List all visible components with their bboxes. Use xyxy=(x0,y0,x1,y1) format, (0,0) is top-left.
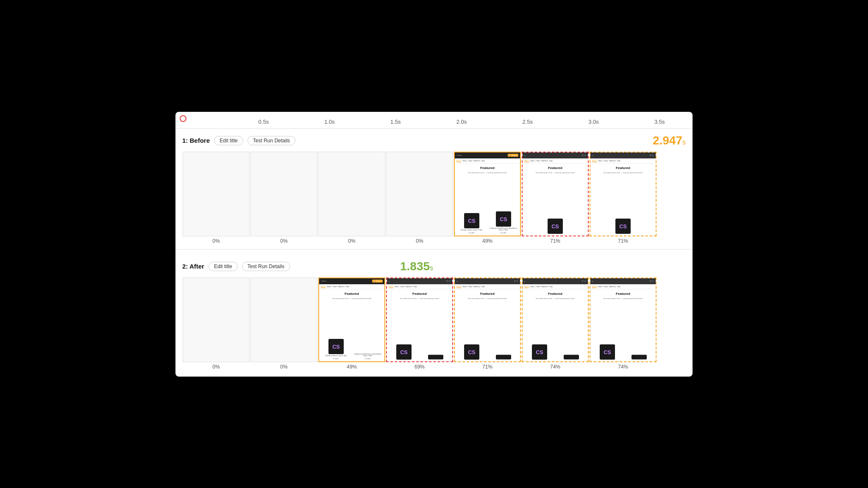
before-pct-2: 0% xyxy=(318,238,385,244)
before-frame-6-img: ≡ S 🛒 Home Shirts Fitted WebPerf Hats xyxy=(590,152,657,236)
before-filmstrip: 0% 0% 0% 0% xyxy=(182,152,686,244)
after-metric-value: 1.835 xyxy=(400,260,430,273)
before-pct-5: 71% xyxy=(522,238,589,244)
before-header: 1: Before Edit title Test Run Details 2.… xyxy=(182,134,686,147)
after-pct-0: 0% xyxy=(183,364,250,370)
before-frame-5: ≡ S 🛒 Home Shirts Fitted WebPerf Hats xyxy=(521,152,589,244)
before-metric-value: 2.947 xyxy=(653,134,682,147)
svg-text:CS: CS xyxy=(604,349,611,355)
after-label: 2: After xyxy=(182,263,204,270)
before-frame-4: ≡ Menu 🔍 Search Home Shirts Fitted WebPe… xyxy=(453,152,521,244)
before-section: 1: Before Edit title Test Run Details 2.… xyxy=(175,129,693,244)
after-section: 2: After Edit title Test Run Details 1.8… xyxy=(175,255,693,370)
main-wrapper: 0.5s 1.0s 1.5s 2.0s 2.5s 3.0s 3.5s 1: Be… xyxy=(175,119,693,370)
tick-6: 3.5s xyxy=(626,119,693,125)
svg-text:CS: CS xyxy=(500,217,507,223)
after-pct-1: 0% xyxy=(250,364,317,370)
before-frame-3-img xyxy=(386,152,453,236)
main-container: 0.5s 1.0s 1.5s 2.0s 2.5s 3.0s 3.5s 1: Be… xyxy=(175,112,693,377)
before-frame-5-img: ≡ S 🛒 Home Shirts Fitted WebPerf Hats xyxy=(522,152,589,236)
after-frame-5-img: ≡ S 🛒 Home Shirts Fitted WebPerf Hats xyxy=(522,277,589,362)
before-frame-2-img xyxy=(318,152,385,236)
after-metric-unit: s xyxy=(430,264,433,272)
after-frame-2-img: ≡ Menu 🔍 Search Home Shirts Fitted WebPe… xyxy=(318,277,385,362)
tick-2: 1.5s xyxy=(362,119,428,125)
svg-text:CS: CS xyxy=(332,344,340,350)
after-frame-6-img: ≡ S 🛒 Home Shirts Fitted WebPerf Hats xyxy=(590,277,657,362)
before-test-run-button[interactable]: Test Run Details xyxy=(248,136,295,145)
before-label: 1: Before xyxy=(182,137,210,144)
svg-rect-12 xyxy=(428,355,443,359)
after-pct-3: 69% xyxy=(386,364,453,370)
tick-4: 2.5s xyxy=(495,119,561,125)
svg-rect-15 xyxy=(496,355,511,359)
before-pct-0: 0% xyxy=(183,238,250,244)
svg-rect-18 xyxy=(564,355,579,359)
before-frame-2: 0% xyxy=(318,152,386,244)
after-frame-4-img: ≡ S 🛒 Home Shirts Fitted WebPerf Hats xyxy=(454,277,521,362)
after-pct-4: 71% xyxy=(454,364,521,370)
after-frame-2: ≡ Menu 🔍 Search Home Shirts Fitted WebPe… xyxy=(318,277,386,370)
after-frame-3: ≡ S 🛒 Home Shirts Fitted WebPerf Hats xyxy=(386,277,453,370)
svg-text:CS: CS xyxy=(400,349,408,355)
before-pct-1: 0% xyxy=(250,238,317,244)
svg-text:CS: CS xyxy=(468,349,476,355)
before-pct-4: 49% xyxy=(454,238,521,244)
after-metric: 1.835s xyxy=(400,260,433,273)
before-metric: 2.947s xyxy=(653,134,686,147)
timeline-header: 0.5s 1.0s 1.5s 2.0s 2.5s 3.0s 3.5s xyxy=(175,119,693,129)
before-metric-unit: s xyxy=(682,139,686,146)
after-frame-1: 0% xyxy=(250,277,318,370)
before-frame-3: 0% xyxy=(386,152,453,244)
timeline-indicator xyxy=(180,115,186,122)
after-frame-6: ≡ S 🛒 Home Shirts Fitted WebPerf Hats xyxy=(589,277,657,370)
after-frame-0: 0% xyxy=(182,277,250,370)
before-frame-1: 0% xyxy=(250,152,318,244)
tick-5: 3.0s xyxy=(561,119,627,125)
after-frame-1-img xyxy=(250,277,317,362)
before-edit-title-button[interactable]: Edit title xyxy=(214,136,243,145)
after-edit-title-button[interactable]: Edit title xyxy=(209,262,238,271)
after-pct-2: 49% xyxy=(318,364,385,370)
after-frame-3-img: ≡ S 🛒 Home Shirts Fitted WebPerf Hats xyxy=(386,277,453,362)
before-pct-6: 71% xyxy=(590,238,657,244)
after-header: 2: After Edit title Test Run Details 1.8… xyxy=(182,260,686,273)
svg-text:CS: CS xyxy=(551,224,559,230)
after-frame-5: ≡ S 🛒 Home Shirts Fitted WebPerf Hats xyxy=(521,277,589,370)
after-frame-4: ≡ S 🛒 Home Shirts Fitted WebPerf Hats xyxy=(453,277,521,370)
svg-text:CS: CS xyxy=(536,349,543,355)
before-pct-3: 0% xyxy=(386,238,453,244)
before-frame-0-img xyxy=(183,152,250,236)
before-frame-0: 0% xyxy=(182,152,250,244)
after-pct-5: 74% xyxy=(522,364,589,370)
section-divider xyxy=(175,249,693,250)
before-frame-4-img: ≡ Menu 🔍 Search Home Shirts Fitted WebPe… xyxy=(454,152,521,236)
svg-rect-21 xyxy=(632,355,647,359)
tick-0: 0.5s xyxy=(231,119,297,125)
svg-text:CS: CS xyxy=(468,219,476,225)
after-test-run-button[interactable]: Test Run Details xyxy=(242,262,290,271)
svg-text:CS: CS xyxy=(619,224,627,230)
tick-3: 2.0s xyxy=(428,119,495,125)
before-frame-1-img xyxy=(250,152,317,236)
after-pct-6: 74% xyxy=(590,364,657,370)
after-frame-0-img xyxy=(183,277,250,362)
after-filmstrip: 0% 0% ≡ Menu 🔍 Search xyxy=(182,277,686,370)
tick-1: 1.0s xyxy=(297,119,363,125)
before-frame-6: ≡ S 🛒 Home Shirts Fitted WebPerf Hats xyxy=(589,152,657,244)
